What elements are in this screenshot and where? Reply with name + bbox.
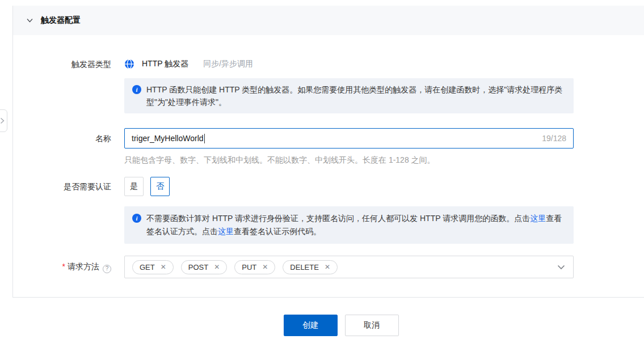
remove-tag-icon[interactable]: ✕ [161,264,166,270]
chevron-down-icon [27,18,33,23]
trigger-type-value: HTTP 触发器 [142,59,188,69]
signature-sample-link[interactable]: 这里 [218,227,234,236]
trigger-type-row: 触发器类型 HTTP 触发器 同步/异步调用 [13,58,644,70]
footer-actions: 创建 取消 [0,315,644,336]
trigger-config-panel: 触发器配置 触发器类型 HTTP 触发器 同步/异步调用 i HTTP 函数只能… [12,6,644,298]
auth-option-yes[interactable]: 是 [124,177,144,196]
request-methods-label-text: 请求方法 [68,262,99,271]
request-methods-label: *请求方法? [13,261,124,273]
remove-tag-icon[interactable]: ✕ [262,264,268,270]
cancel-button[interactable]: 取消 [345,315,399,336]
remove-tag-icon[interactable]: ✕ [214,264,220,270]
trigger-type-label: 触发器类型 [13,58,124,70]
name-label: 名称 [13,133,124,144]
method-tag-label: DELETE [290,263,319,272]
char-counter: 19/128 [542,134,566,143]
create-button[interactable]: 创建 [284,315,338,336]
http-trigger-info-text: HTTP 函数只能创建 HTTP 类型的触发器。如果您需要使用其他类型的触发器，… [146,83,566,108]
auth-info-text: 不需要函数计算对 HTTP 请求进行身份验证，支持匿名访问，任何人都可以发 HT… [146,212,566,238]
method-tag-get: GET ✕ [132,260,174,274]
auth-info-segment: 查看签名认证示例代码。 [234,227,321,236]
trigger-config-page: 触发器配置 触发器类型 HTTP 触发器 同步/异步调用 i HTTP 函数只能… [0,0,644,352]
auth-label: 是否需要认证 [13,181,124,192]
name-row: 名称 triger_MyHelloWorld 19/128 [13,128,644,149]
method-tag-post: POST ✕ [181,260,227,274]
form-body: 触发器类型 HTTP 触发器 同步/异步调用 i HTTP 函数只能创建 HTT… [13,35,644,297]
remove-tag-icon[interactable]: ✕ [325,264,330,270]
auth-row: 是否需要认证 是 否 [13,177,644,196]
request-methods-select[interactable]: GET ✕ POST ✕ PUT ✕ DELETE [124,256,574,278]
section-header-toggle[interactable]: 触发器配置 [13,6,644,35]
auth-info-banner: i 不需要函数计算对 HTTP 请求进行身份验证，支持匿名访问，任何人都可以发 … [124,206,574,244]
chevron-down-icon [557,262,565,272]
method-tag-label: POST [188,263,208,272]
method-tag-put: PUT ✕ [234,260,275,274]
required-mark: * [62,262,65,271]
chevron-right-icon [0,117,5,124]
request-methods-row: *请求方法? GET ✕ POST ✕ PUT [13,256,644,278]
globe-icon [124,59,134,69]
method-tag-label: GET [140,263,155,272]
info-icon: i [132,214,141,223]
auth-option-no[interactable]: 否 [150,177,170,196]
help-icon[interactable]: ? [103,265,111,273]
text-caret [204,134,205,143]
invocation-mode-label: 同步/异步调用 [203,59,253,69]
panel-expander[interactable] [0,109,7,132]
section-title: 触发器配置 [41,15,81,26]
method-tag-label: PUT [242,263,256,272]
method-tag-delete: DELETE ✕ [283,260,338,274]
name-input-value: triger_MyHelloWorld [132,134,204,143]
info-icon: i [132,85,141,94]
name-input[interactable]: triger_MyHelloWorld 19/128 [124,128,574,149]
name-helper-text: 只能包含字母、数字、下划线和中划线。不能以数字、中划线开头。长度在 1-128 … [124,155,644,165]
http-trigger-info-banner: i HTTP 函数只能创建 HTTP 类型的触发器。如果您需要使用其他类型的触发… [124,78,574,113]
signature-auth-link[interactable]: 这里 [530,214,546,223]
auth-info-segment: 不需要函数计算对 HTTP 请求进行身份验证，支持匿名访问，任何人都可以发 HT… [146,214,530,223]
